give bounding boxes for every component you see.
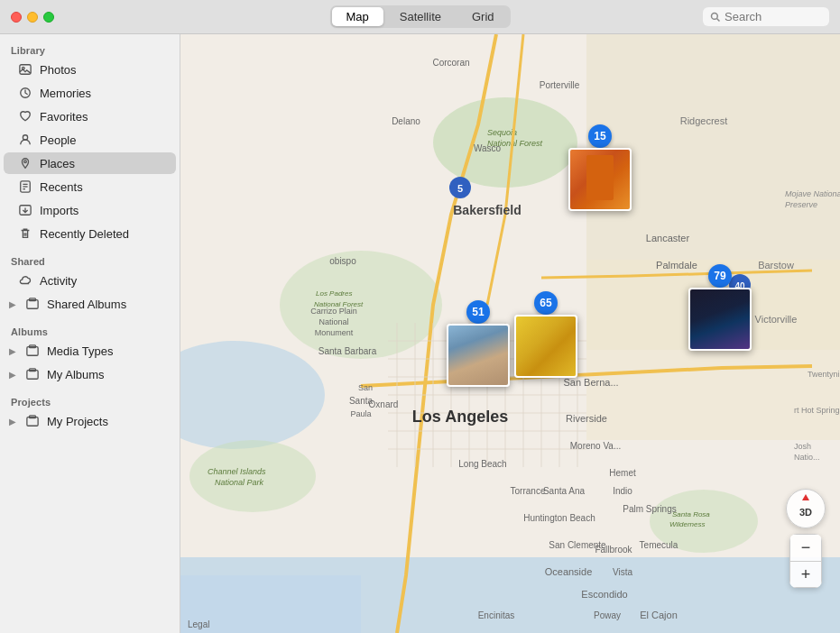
memories-icon — [18, 86, 32, 100]
svg-text:Preserve: Preserve — [785, 200, 817, 209]
map-pin-15[interactable]: 15 — [568, 124, 632, 211]
close-button[interactable] — [11, 12, 22, 23]
svg-text:Mojave National: Mojave National — [785, 189, 840, 198]
svg-text:Encinitas: Encinitas — [478, 610, 515, 620]
search-box — [703, 7, 829, 26]
sidebar-item-imports[interactable]: Imports — [4, 199, 176, 221]
svg-text:Indio: Indio — [613, 486, 632, 496]
maximize-button[interactable] — [43, 12, 54, 23]
svg-text:Wasco: Wasco — [474, 143, 502, 153]
sidebar-item-photos[interactable]: Photos — [4, 59, 176, 80]
svg-text:Escondido: Escondido — [581, 589, 627, 600]
shared-album-icon — [25, 297, 40, 311]
svg-text:Monument: Monument — [315, 328, 354, 337]
svg-text:Los Padres: Los Padres — [316, 289, 352, 298]
projects-section-header: Projects — [0, 386, 180, 409]
svg-text:Vista: Vista — [613, 567, 632, 577]
sidebar-item-my-projects[interactable]: ▶ My Projects — [4, 410, 176, 432]
recents-icon — [18, 179, 32, 194]
svg-text:Wilderness: Wilderness — [669, 520, 706, 528]
svg-text:Santa Rosa: Santa Rosa — [672, 510, 710, 518]
tab-satellite[interactable]: Satellite — [385, 7, 456, 26]
svg-text:National: National — [318, 317, 348, 326]
svg-text:Barstow: Barstow — [758, 260, 794, 271]
zoom-out-button[interactable]: − — [789, 534, 822, 561]
map-legal: Legal — [188, 619, 209, 629]
map-pin-51[interactable]: 51 — [447, 300, 510, 387]
svg-text:Huntington Beach: Huntington Beach — [523, 513, 595, 523]
svg-text:Bakersfield: Bakersfield — [453, 203, 521, 217]
svg-line-1 — [717, 18, 720, 21]
sidebar-item-memories[interactable]: Memories — [4, 82, 176, 104]
svg-text:Twentynine: Twentynine — [808, 370, 840, 379]
shared-section-header: Shared — [0, 245, 180, 269]
traffic-lights — [11, 12, 54, 23]
svg-text:Lancaster: Lancaster — [646, 233, 690, 243]
svg-text:Carrizo Plain: Carrizo Plain — [310, 307, 357, 316]
svg-text:Santa Ana: Santa Ana — [543, 486, 586, 496]
svg-text:Corcoran: Corcoran — [432, 58, 469, 68]
my-projects-icon — [25, 414, 40, 428]
svg-text:Josh: Josh — [794, 442, 811, 451]
svg-point-29 — [189, 440, 316, 512]
heart-icon — [18, 109, 32, 124]
memories-label: Memories — [40, 87, 91, 100]
compass-button[interactable]: 3D — [786, 489, 826, 528]
tab-map[interactable]: Map — [331, 7, 383, 26]
map-pin-79[interactable]: 79 — [688, 264, 752, 351]
sidebar-item-activity[interactable]: Activity — [4, 270, 176, 291]
svg-text:Santa Barbara: Santa Barbara — [318, 346, 377, 356]
svg-point-5 — [23, 135, 27, 140]
svg-text:Fallbrook: Fallbrook — [595, 545, 632, 555]
svg-text:San: San — [358, 383, 373, 392]
sidebar-item-favorites[interactable]: Favorites — [4, 106, 176, 127]
chevron-right-icon-4: ▶ — [9, 417, 16, 427]
tab-grid[interactable]: Grid — [457, 7, 509, 26]
svg-text:Los Angeles: Los Angeles — [412, 408, 508, 426]
svg-text:Torrance: Torrance — [511, 486, 546, 496]
media-types-label: Media Types — [47, 344, 113, 358]
map-pin-65[interactable]: 65 — [514, 291, 577, 378]
pin-badge-51: 51 — [466, 300, 490, 324]
chevron-right-icon-3: ▶ — [9, 370, 16, 380]
pin-photo-15 — [568, 148, 632, 211]
pin-photo-65 — [514, 315, 577, 378]
recently-deleted-label: Recently Deleted — [40, 227, 129, 241]
svg-text:Moreno Va...: Moreno Va... — [570, 441, 622, 451]
sidebar-item-media-types[interactable]: ▶ Media Types — [4, 340, 176, 362]
media-types-icon — [25, 344, 40, 358]
sidebar-item-shared-albums[interactable]: ▶ Shared Albums — [4, 293, 176, 315]
recents-label: Recents — [40, 180, 83, 194]
search-input[interactable] — [725, 10, 822, 23]
svg-text:Channel Islands: Channel Islands — [208, 467, 266, 476]
sidebar-item-people[interactable]: People — [4, 129, 176, 151]
svg-text:Hemet: Hemet — [609, 468, 636, 478]
svg-text:Oxnard: Oxnard — [369, 399, 399, 409]
svg-text:Natio...: Natio... — [794, 453, 820, 462]
zoom-in-button[interactable]: + — [789, 561, 822, 588]
my-projects-label: My Projects — [47, 415, 108, 428]
favorites-label: Favorites — [40, 110, 88, 124]
svg-text:San Berna...: San Berna... — [563, 377, 618, 388]
sidebar: Library Photos Memories — [0, 34, 180, 633]
my-albums-icon — [25, 367, 40, 381]
map-area[interactable]: Sequoia National Forest Channel Islands … — [180, 34, 840, 633]
people-label: People — [40, 133, 76, 147]
compass-arrow — [802, 494, 809, 500]
svg-text:Riverside: Riverside — [566, 413, 607, 424]
svg-text:Oceanside: Oceanside — [545, 566, 593, 577]
sidebar-item-recents[interactable]: Recents — [4, 176, 176, 197]
sidebar-item-my-albums[interactable]: ▶ My Albums — [4, 363, 176, 385]
sidebar-item-places[interactable]: Places — [4, 152, 176, 174]
minimize-button[interactable] — [27, 12, 38, 23]
search-icon — [710, 12, 721, 23]
svg-text:Delano: Delano — [392, 116, 420, 126]
svg-text:Paula: Paula — [350, 409, 371, 418]
map-controls: 3D − + — [786, 489, 826, 588]
svg-text:Long Beach: Long Beach — [458, 459, 506, 469]
sidebar-item-recently-deleted[interactable]: Recently Deleted — [4, 223, 176, 244]
svg-text:El Cajon: El Cajon — [640, 610, 678, 620]
compass-label: 3D — [799, 507, 812, 518]
person-icon — [18, 133, 32, 147]
main-content: Library Photos Memories — [0, 34, 840, 633]
